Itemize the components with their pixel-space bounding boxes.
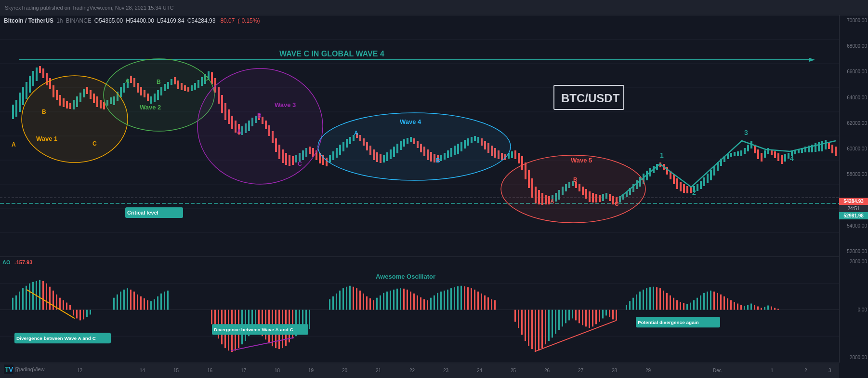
svg-rect-398	[565, 310, 566, 324]
svg-rect-444	[727, 298, 728, 310]
ohlc-low: L54169.84	[157, 17, 184, 24]
main-chart-svg: WAVE C IN GLOBAL WAVE 4	[0, 15, 839, 256]
osc-0: 0.00	[841, 307, 867, 312]
svg-rect-272	[46, 284, 47, 310]
price-64000: 64000.00	[841, 95, 867, 100]
future-4-label: 4	[790, 155, 794, 162]
time-14: 14	[140, 368, 145, 373]
svg-rect-382	[494, 300, 496, 310]
symbol-timeframe: 1h	[56, 17, 63, 24]
b-label-w4: B	[436, 157, 440, 164]
svg-rect-295	[144, 298, 145, 310]
price-70000: 70000.00	[841, 18, 867, 23]
price-62000: 62000.00	[841, 121, 867, 126]
ohlc-change-pct: (-0.15%)	[237, 17, 260, 24]
svg-rect-439	[710, 291, 711, 310]
svg-rect-456	[767, 306, 769, 310]
svg-rect-418	[639, 292, 641, 310]
svg-rect-413	[616, 310, 617, 321]
price-axis: 70000.00 68000.00 66000.00 64000.00 6200…	[839, 15, 868, 256]
svg-rect-396	[558, 310, 560, 330]
osc-neg2000: -2000.00	[841, 355, 867, 360]
svg-rect-341	[356, 288, 357, 310]
time-20: 20	[342, 368, 347, 373]
svg-rect-264	[19, 292, 20, 310]
svg-rect-15	[15, 100, 17, 117]
svg-rect-395	[555, 310, 556, 334]
svg-rect-281	[76, 310, 78, 319]
svg-rect-373	[464, 286, 465, 310]
svg-rect-422	[653, 287, 654, 310]
svg-rect-16	[19, 93, 21, 112]
svg-rect-283	[83, 310, 84, 320]
svg-rect-294	[140, 297, 142, 310]
svg-rect-425	[663, 291, 664, 310]
a-label-w5: A	[550, 198, 554, 205]
svg-rect-220	[707, 174, 709, 183]
svg-rect-380	[487, 297, 489, 310]
svg-rect-346	[373, 300, 374, 310]
svg-rect-296	[147, 300, 148, 310]
ao-value: -157.93	[14, 259, 32, 265]
svg-rect-383	[514, 310, 516, 322]
svg-rect-19	[29, 76, 31, 93]
price-badges: 54284.93 24:51 52981.98	[839, 198, 868, 219]
critical-level-text: Critical level	[127, 210, 158, 216]
svg-rect-238	[767, 148, 769, 154]
svg-rect-236	[761, 153, 763, 162]
svg-rect-285	[90, 310, 91, 315]
time-24: 24	[477, 368, 482, 373]
wave3-label-text: Wave 3	[275, 101, 296, 108]
svg-rect-400	[572, 310, 573, 319]
svg-rect-458	[774, 308, 776, 310]
target-price-badge: 52981.98	[839, 212, 868, 219]
time-28: 28	[612, 368, 617, 373]
svg-rect-381	[491, 299, 492, 310]
c-label-w2: C	[204, 75, 209, 82]
time-29: 29	[645, 368, 651, 373]
svg-rect-434	[693, 300, 695, 310]
svg-rect-254	[821, 141, 823, 151]
svg-marker-12	[809, 58, 815, 62]
svg-text:WAVE C IN GLOBAL WAVE 4: WAVE C IN GLOBAL WAVE 4	[279, 50, 384, 58]
svg-rect-366	[440, 292, 442, 310]
a-label-w3: A	[237, 128, 241, 135]
svg-rect-447	[737, 304, 738, 310]
svg-rect-279	[69, 305, 71, 310]
svg-rect-378	[481, 294, 482, 310]
svg-rect-435	[697, 298, 698, 310]
svg-rect-375	[471, 288, 472, 310]
svg-rect-163	[514, 150, 516, 159]
svg-rect-288	[120, 292, 121, 310]
svg-rect-243	[784, 154, 786, 162]
svg-rect-441	[717, 293, 718, 310]
div-line3	[535, 320, 617, 351]
svg-rect-389	[535, 310, 536, 352]
svg-rect-414	[626, 305, 627, 310]
svg-rect-336	[339, 291, 341, 310]
svg-rect-445	[730, 300, 732, 310]
svg-rect-384	[518, 310, 519, 328]
svg-rect-343	[363, 294, 364, 310]
ohlc-close: C54284.93	[187, 17, 216, 24]
svg-rect-17	[22, 87, 24, 105]
svg-rect-402	[579, 310, 580, 324]
price-58000: 58000.00	[841, 172, 867, 177]
svg-rect-291	[130, 290, 132, 310]
price-60000: 60000.00	[841, 146, 867, 151]
svg-rect-210	[673, 175, 675, 184]
svg-rect-271	[42, 281, 44, 310]
svg-rect-421	[649, 287, 651, 310]
svg-rect-218	[700, 181, 702, 189]
symbol-name: Bitcoin / TetherUS	[4, 17, 53, 24]
svg-rect-162	[511, 151, 513, 158]
svg-rect-440	[713, 292, 715, 310]
c-label-w1: C	[92, 140, 97, 147]
svg-rect-453	[757, 307, 759, 310]
svg-rect-228	[734, 152, 736, 156]
time-18: 18	[275, 368, 280, 373]
svg-rect-292	[133, 292, 135, 310]
svg-rect-412	[612, 310, 614, 320]
svg-rect-342	[359, 291, 361, 310]
svg-rect-351	[390, 291, 391, 310]
